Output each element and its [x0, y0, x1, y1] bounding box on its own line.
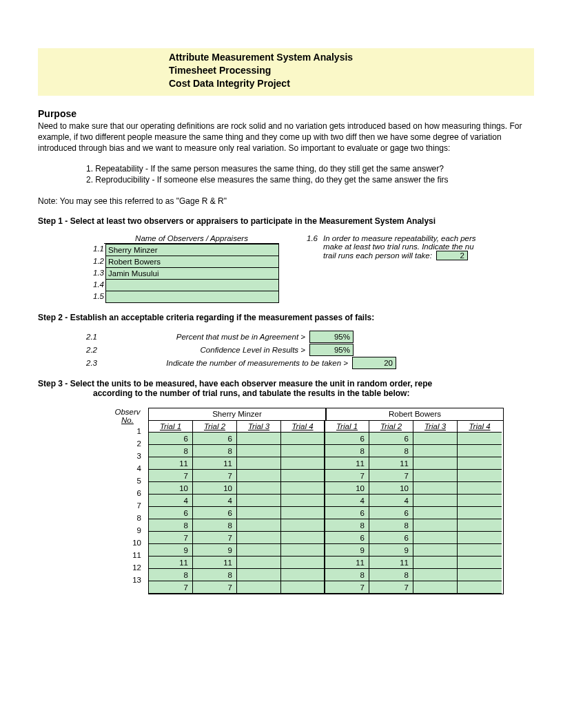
- results-data-cell[interactable]: 11: [193, 457, 237, 470]
- results-data-cell[interactable]: [413, 544, 458, 557]
- results-data-cell[interactable]: 11: [369, 457, 413, 470]
- results-data-cell[interactable]: [281, 569, 325, 581]
- results-data-cell[interactable]: [281, 507, 325, 519]
- observer-name-input[interactable]: [105, 291, 279, 303]
- results-data-cell[interactable]: 4: [149, 495, 193, 507]
- crit-val-measurements[interactable]: 20: [352, 357, 396, 369]
- results-data-cell[interactable]: [413, 482, 458, 495]
- results-data-cell[interactable]: [458, 482, 502, 495]
- results-data-cell[interactable]: 8: [149, 445, 193, 457]
- observer-name-input[interactable]: Robert Bowers: [105, 256, 279, 268]
- results-data-cell[interactable]: [458, 445, 502, 457]
- results-data-cell[interactable]: 8: [325, 569, 369, 581]
- results-data-cell[interactable]: [281, 433, 325, 445]
- results-data-cell[interactable]: 10: [193, 482, 237, 495]
- results-data-cell[interactable]: [237, 482, 281, 495]
- results-data-cell[interactable]: 6: [369, 507, 413, 519]
- results-data-cell[interactable]: 6: [149, 507, 193, 519]
- results-data-cell[interactable]: 9: [193, 544, 237, 557]
- results-data-cell[interactable]: [281, 581, 325, 594]
- results-data-cell[interactable]: [237, 507, 281, 519]
- results-data-cell[interactable]: 6: [325, 507, 369, 519]
- results-data-cell[interactable]: [458, 470, 502, 482]
- crit-val-agreement[interactable]: 95%: [309, 331, 354, 343]
- results-data-cell[interactable]: 8: [369, 445, 413, 457]
- results-data-cell[interactable]: 6: [369, 433, 413, 445]
- results-data-cell[interactable]: 11: [149, 457, 193, 470]
- results-data-cell[interactable]: 9: [325, 544, 369, 557]
- results-data-cell[interactable]: [458, 532, 502, 544]
- results-data-cell[interactable]: 7: [149, 532, 193, 544]
- results-data-cell[interactable]: [237, 495, 281, 507]
- results-data-cell[interactable]: [458, 495, 502, 507]
- results-data-cell[interactable]: 6: [193, 507, 237, 519]
- results-data-cell[interactable]: 4: [325, 495, 369, 507]
- results-data-cell[interactable]: 7: [193, 532, 237, 544]
- results-data-cell[interactable]: 9: [369, 544, 413, 557]
- results-data-cell[interactable]: [281, 482, 325, 495]
- results-data-cell[interactable]: [458, 581, 502, 594]
- results-data-cell[interactable]: [413, 470, 458, 482]
- results-data-cell[interactable]: [413, 569, 458, 581]
- results-data-cell[interactable]: 8: [193, 445, 237, 457]
- results-data-cell[interactable]: 6: [325, 532, 369, 544]
- results-data-cell[interactable]: [413, 519, 458, 532]
- results-data-cell[interactable]: 10: [149, 482, 193, 495]
- results-data-cell[interactable]: 9: [149, 544, 193, 557]
- results-data-cell[interactable]: [281, 470, 325, 482]
- results-data-cell[interactable]: 7: [193, 581, 237, 594]
- results-data-cell[interactable]: [413, 445, 458, 457]
- results-data-cell[interactable]: 11: [325, 457, 369, 470]
- results-data-cell[interactable]: 6: [193, 433, 237, 445]
- results-data-cell[interactable]: [237, 581, 281, 594]
- results-data-cell[interactable]: [237, 457, 281, 470]
- results-data-cell[interactable]: 6: [149, 433, 193, 445]
- results-data-cell[interactable]: 8: [149, 519, 193, 532]
- observer-name-input[interactable]: [105, 280, 279, 291]
- results-data-cell[interactable]: [281, 557, 325, 569]
- results-data-cell[interactable]: 10: [325, 482, 369, 495]
- results-data-cell[interactable]: 8: [369, 519, 413, 532]
- results-data-cell[interactable]: 7: [369, 581, 413, 594]
- observer-name-input[interactable]: Sherry Minzer: [105, 244, 279, 256]
- results-data-cell[interactable]: 6: [369, 532, 413, 544]
- results-data-cell[interactable]: 11: [325, 557, 369, 569]
- results-data-cell[interactable]: [281, 544, 325, 557]
- results-data-cell[interactable]: 4: [369, 495, 413, 507]
- results-data-cell[interactable]: 11: [369, 557, 413, 569]
- results-data-cell[interactable]: [281, 457, 325, 470]
- results-data-cell[interactable]: 8: [193, 519, 237, 532]
- results-data-cell[interactable]: [413, 495, 458, 507]
- results-data-cell[interactable]: [458, 544, 502, 557]
- trial-runs-input[interactable]: 2: [436, 251, 468, 260]
- results-data-cell[interactable]: 7: [325, 470, 369, 482]
- results-data-cell[interactable]: 7: [325, 581, 369, 594]
- results-data-cell[interactable]: [458, 457, 502, 470]
- results-data-cell[interactable]: [281, 519, 325, 532]
- results-data-cell[interactable]: [281, 532, 325, 544]
- results-data-cell[interactable]: [281, 445, 325, 457]
- results-data-cell[interactable]: 7: [193, 470, 237, 482]
- results-data-cell[interactable]: 7: [149, 470, 193, 482]
- results-data-cell[interactable]: 6: [325, 433, 369, 445]
- results-data-cell[interactable]: 11: [149, 557, 193, 569]
- results-data-cell[interactable]: 4: [193, 495, 237, 507]
- results-data-cell[interactable]: [237, 433, 281, 445]
- results-data-cell[interactable]: 7: [369, 470, 413, 482]
- observer-name-input[interactable]: Jamin Musului: [105, 268, 279, 280]
- results-data-cell[interactable]: [413, 532, 458, 544]
- results-data-cell[interactable]: [458, 507, 502, 519]
- results-data-cell[interactable]: [237, 532, 281, 544]
- crit-val-confidence[interactable]: 95%: [309, 344, 354, 356]
- results-data-cell[interactable]: [237, 445, 281, 457]
- results-data-cell[interactable]: 8: [149, 569, 193, 581]
- results-data-cell[interactable]: [237, 519, 281, 532]
- results-data-cell[interactable]: [458, 569, 502, 581]
- results-data-cell[interactable]: [413, 507, 458, 519]
- results-data-cell[interactable]: [237, 557, 281, 569]
- results-data-cell[interactable]: [413, 433, 458, 445]
- results-data-cell[interactable]: [237, 569, 281, 581]
- results-data-cell[interactable]: 11: [193, 557, 237, 569]
- results-data-cell[interactable]: [413, 457, 458, 470]
- results-data-cell[interactable]: 10: [369, 482, 413, 495]
